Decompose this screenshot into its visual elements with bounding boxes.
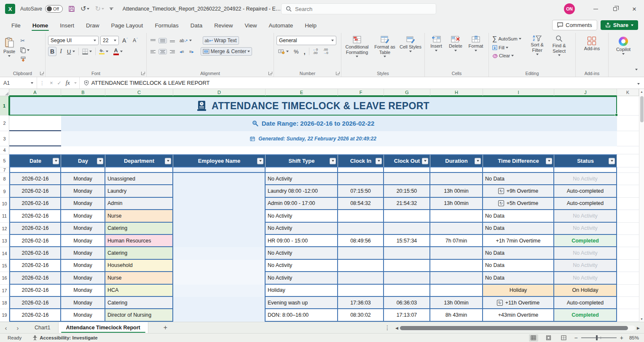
name-box[interactable]: A1 [0,77,37,89]
search-box[interactable] [281,3,436,14]
row-header-8[interactable]: 8 [0,173,9,185]
copy-button[interactable] [19,46,31,54]
cell-K16[interactable] [617,272,639,284]
cell-day-8[interactable]: Monday [61,173,105,185]
cell-date-17[interactable]: 2026-02-16 [9,285,61,297]
cell-department-9[interactable]: Laundry [105,185,173,197]
ribbon-tab-formulas[interactable]: Formulas [149,19,184,32]
horizontal-scroll-thumb[interactable] [400,326,628,330]
cell-duration-19[interactable]: 8h 43min [430,309,483,321]
cell-time-difference-10[interactable]: ↻+5h Overtime [483,198,554,210]
row-header-10[interactable]: 10 [0,198,9,210]
row-header-14[interactable]: 14 [0,247,9,259]
column-header-A[interactable]: A [9,89,61,96]
cell-duration-15[interactable] [430,260,483,272]
cell-employee-name-13[interactable] [173,235,266,247]
cell-day-16[interactable]: Monday [61,272,105,284]
cell-duration-11[interactable] [430,210,483,222]
cell-time-difference-19[interactable]: +43min Overtime [483,309,554,321]
cell-clock-out-18[interactable]: 06:36:03 [384,297,430,309]
row-header-1[interactable]: 1 [0,96,9,116]
cell-K3[interactable] [617,131,639,146]
cell-day-13[interactable]: Monday [61,235,105,247]
cell-clock-in-19[interactable]: 08:30:02 [338,309,384,321]
cell-shift-type-16[interactable]: No Activity [266,272,338,284]
row-header-19[interactable]: 19 [0,309,9,321]
cell-time-difference-13[interactable]: +1h 7min Overtime [483,235,554,247]
filter-button-status[interactable] [609,158,615,164]
cell-date-8[interactable]: 2026-02-16 [9,173,61,185]
cell-department-19[interactable]: Director of Nursing [105,309,173,321]
search-input[interactable] [295,6,421,12]
font-dialog-launcher[interactable] [141,72,145,75]
cell-department-11[interactable]: Nurse [105,210,173,222]
cell-shift-type-13[interactable]: HR 09:00 - 15:00 [266,235,338,247]
increase-indent-button[interactable]: ≡▸ [188,48,196,55]
format-cells-button[interactable]: Format [466,35,486,77]
ribbon-tab-view[interactable]: View [239,19,262,32]
row-header-2[interactable]: 2 [0,116,9,131]
row-header-16[interactable]: 16 [0,272,9,284]
table-header-employee-name[interactable]: Employee Name [173,154,266,167]
borders-button[interactable] [80,48,94,55]
cell-K2[interactable] [617,116,639,131]
formula-content[interactable]: ATTENDANCE TIMECLOCK & LEAVE REPORT [80,80,637,86]
cell-time-difference-9[interactable]: ↻+9h Overtime [483,185,554,197]
cell-row7-col3[interactable] [105,167,173,173]
cell-day-19[interactable]: Monday [61,309,105,321]
cell-status-19[interactable]: Completed [554,309,617,321]
conditional-formatting-button[interactable]: Conditional Formatting [343,35,371,77]
cell-status-18[interactable]: Auto-completed [554,297,617,309]
cell-K15[interactable] [617,260,639,272]
cell-time-difference-18[interactable]: ↻+11h Overtime [483,297,554,309]
cell-time-difference-16[interactable]: No Data [483,272,554,284]
cell-shift-type-15[interactable]: No Activity [266,260,338,272]
undo-button[interactable]: ↺ [80,5,89,12]
fill-color-button[interactable] [97,48,110,56]
cell-time-difference-8[interactable]: No Data [483,173,554,185]
cell-day-18[interactable]: Monday [61,297,105,309]
generated-cell[interactable]: Generated: Sunday, 22 February 2026 at 2… [9,131,617,146]
filter-button-date[interactable] [53,158,59,164]
percent-style-button[interactable]: % [292,48,301,56]
cell-shift-type-12[interactable]: No Activity [266,223,338,235]
cell-shift-type-8[interactable]: No Activity [266,173,338,185]
orientation-button[interactable]: ab↗ [178,38,193,44]
excel-logo-icon[interactable]: X [5,4,15,14]
cell-employee-name-8[interactable] [173,173,266,185]
cell-date-12[interactable]: 2026-02-16 [9,223,61,235]
cell-clock-out-10[interactable]: 21:54:32 [384,198,430,210]
cell-clock-in-9[interactable]: 07:15:50 [338,185,384,197]
page-break-preview-button[interactable] [559,334,569,342]
cell-clock-out-17[interactable] [384,285,430,297]
table-header-status[interactable]: Status [554,154,617,167]
table-header-date[interactable]: Date [9,154,61,167]
ribbon-tab-review[interactable]: Review [209,19,238,32]
cell-employee-name-10[interactable] [173,198,266,210]
cell-K19[interactable] [617,309,639,321]
decrease-font-size-button[interactable]: Aˇ [131,37,140,44]
cell-clock-out-19[interactable]: 17:13:07 [384,309,430,321]
cell-department-14[interactable]: Catering [105,247,173,259]
column-header-J[interactable]: J [554,89,617,96]
merge-center-button[interactable]: Merge & Center [201,47,252,56]
sheet-nav-next-icon[interactable]: › [12,324,24,331]
align-right-button[interactable] [169,49,176,54]
cell-date-18[interactable]: 2026-02-16 [9,297,61,309]
cell-date-19[interactable]: 2026-02-16 [9,309,61,321]
cell-K14[interactable] [617,247,639,259]
share-button[interactable]: Share [601,20,638,30]
cell-shift-type-18[interactable]: Evening wash up [266,297,338,309]
find-select-button[interactable]: Find & Select [548,34,570,77]
align-center-button[interactable] [158,49,167,54]
close-button[interactable]: × [625,0,644,18]
underline-button[interactable]: U [65,48,77,56]
cell-time-difference-15[interactable]: No Data [483,260,554,272]
cell-employee-name-19[interactable] [173,309,266,321]
clipboard-dialog-launcher[interactable] [40,72,43,75]
ribbon-tab-home[interactable]: Home [27,19,54,32]
cell-clock-in-11[interactable] [338,210,384,222]
column-header-C[interactable]: C [105,89,173,96]
filter-button-time-difference[interactable] [546,158,552,164]
format-as-table-button[interactable]: Format as Table [372,35,398,77]
